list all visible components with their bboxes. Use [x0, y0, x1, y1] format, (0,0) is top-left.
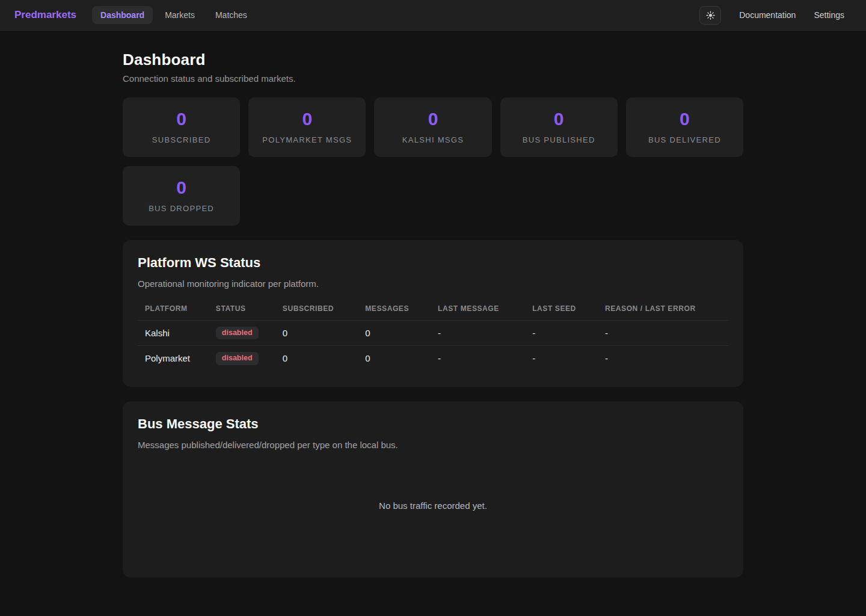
- bus-stats-subtitle: Messages published/delivered/dropped per…: [138, 440, 728, 450]
- column-header-messages: MESSAGES: [358, 302, 431, 321]
- sun-icon: [706, 11, 715, 20]
- status-badge: disabled: [216, 352, 259, 365]
- page-subtitle: Connection status and subscribed markets…: [123, 73, 743, 84]
- reason-cell: -: [598, 346, 728, 371]
- platform-status-title: Platform WS Status: [138, 255, 728, 271]
- bus-stats-title: Bus Message Stats: [138, 416, 728, 432]
- stat-value: 0: [176, 110, 186, 128]
- stat-card-bus-delivered: 0 BUS DELIVERED: [626, 97, 743, 157]
- empty-state-message: No bus traffic recorded yet.: [379, 500, 487, 511]
- last-seed-cell: -: [525, 346, 598, 371]
- platform-status-table: PLATFORM STATUS SUBSCRIBED MESSAGES LAST…: [138, 302, 728, 371]
- status-cell: disabled: [209, 346, 275, 371]
- messages-cell: 0: [358, 321, 431, 346]
- stat-card-subscribed: 0 SUBSCRIBED: [123, 97, 240, 157]
- main-content: Dashboard Connection status and subscrib…: [123, 31, 743, 578]
- column-header-last-seed: LAST SEED: [525, 302, 598, 321]
- status-badge: disabled: [216, 327, 259, 340]
- stat-label: BUS PUBLISHED: [523, 135, 595, 144]
- stat-label: SUBSCRIBED: [152, 135, 211, 144]
- column-header-reason: REASON / LAST ERROR: [598, 302, 728, 321]
- stats-grid: 0 SUBSCRIBED 0 POLYMARKET MSGS 0 KALSHI …: [123, 97, 743, 226]
- table-header-row: PLATFORM STATUS SUBSCRIBED MESSAGES LAST…: [138, 302, 728, 321]
- stat-value: 0: [554, 110, 564, 128]
- stat-card-bus-published: 0 BUS PUBLISHED: [500, 97, 618, 157]
- platform-status-subtitle: Operational monitoring indicator per pla…: [138, 279, 728, 289]
- page-title: Dashboard: [123, 51, 743, 69]
- platform-name-cell: Polymarket: [138, 346, 209, 371]
- stat-value: 0: [680, 110, 690, 128]
- last-message-cell: -: [431, 346, 525, 371]
- nav-link-settings[interactable]: Settings: [814, 10, 844, 20]
- reason-cell: -: [598, 321, 728, 346]
- theme-toggle-button[interactable]: [699, 6, 721, 25]
- stat-label: BUS DELIVERED: [648, 135, 721, 144]
- table-row-polymarket: Polymarket disabled 0 0 - - -: [138, 346, 728, 371]
- stat-card-kalshi-msgs: 0 KALSHI MSGS: [374, 97, 491, 157]
- nav-tab-markets[interactable]: Markets: [156, 6, 203, 24]
- bus-stats-empty-area: No bus traffic recorded yet.: [138, 450, 728, 562]
- column-header-status: STATUS: [209, 302, 275, 321]
- stat-label: KALSHI MSGS: [402, 135, 464, 144]
- stat-value: 0: [428, 110, 438, 128]
- stat-value: 0: [176, 179, 186, 197]
- navbar: Predmarkets Dashboard Markets Matches Do…: [0, 0, 866, 31]
- stat-value: 0: [302, 110, 312, 128]
- stat-label: BUS DROPPED: [149, 204, 214, 213]
- messages-cell: 0: [358, 346, 431, 371]
- bus-message-stats-panel: Bus Message Stats Messages published/del…: [123, 401, 743, 578]
- last-seed-cell: -: [525, 321, 598, 346]
- platform-name-cell: Kalshi: [138, 321, 209, 346]
- brand-logo: Predmarkets: [14, 9, 76, 21]
- column-header-subscribed: SUBSCRIBED: [275, 302, 358, 321]
- platform-ws-status-panel: Platform WS Status Operational monitorin…: [123, 240, 743, 387]
- subscribed-cell: 0: [275, 346, 358, 371]
- nav-tabs: Dashboard Markets Matches: [92, 6, 256, 24]
- status-cell: disabled: [209, 321, 275, 346]
- column-header-last-message: LAST MESSAGE: [431, 302, 525, 321]
- nav-link-documentation[interactable]: Documentation: [739, 10, 796, 20]
- subscribed-cell: 0: [275, 321, 358, 346]
- table-row-kalshi: Kalshi disabled 0 0 - - -: [138, 321, 728, 346]
- stat-card-bus-dropped: 0 BUS DROPPED: [123, 166, 240, 226]
- nav-tab-dashboard[interactable]: Dashboard: [92, 6, 153, 24]
- navbar-right: Documentation Settings: [699, 6, 844, 25]
- navbar-left: Predmarkets Dashboard Markets Matches: [14, 6, 256, 24]
- stat-label: POLYMARKET MSGS: [262, 135, 352, 144]
- column-header-platform: PLATFORM: [138, 302, 209, 321]
- last-message-cell: -: [431, 321, 525, 346]
- stat-card-polymarket-msgs: 0 POLYMARKET MSGS: [248, 97, 366, 157]
- nav-tab-matches[interactable]: Matches: [207, 6, 256, 24]
